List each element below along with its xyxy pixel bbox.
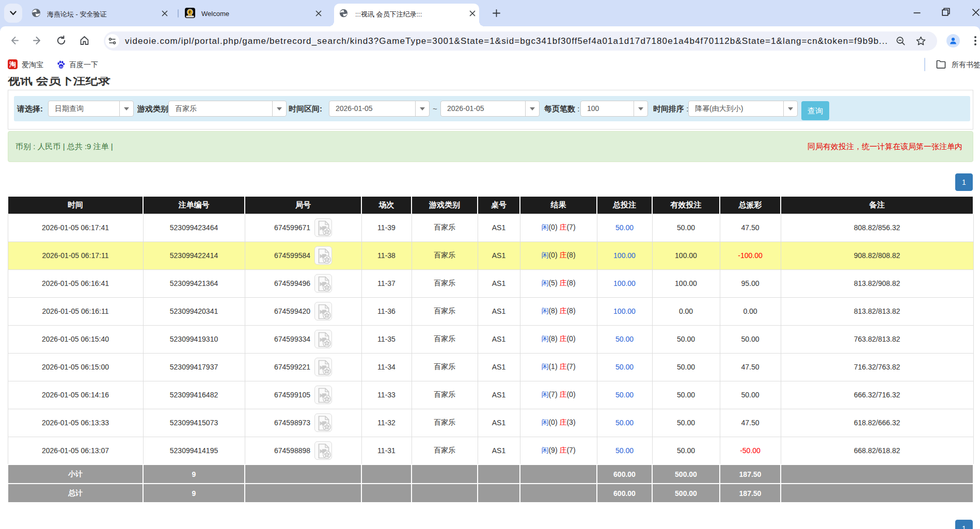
svg-text:du: du	[59, 65, 62, 68]
